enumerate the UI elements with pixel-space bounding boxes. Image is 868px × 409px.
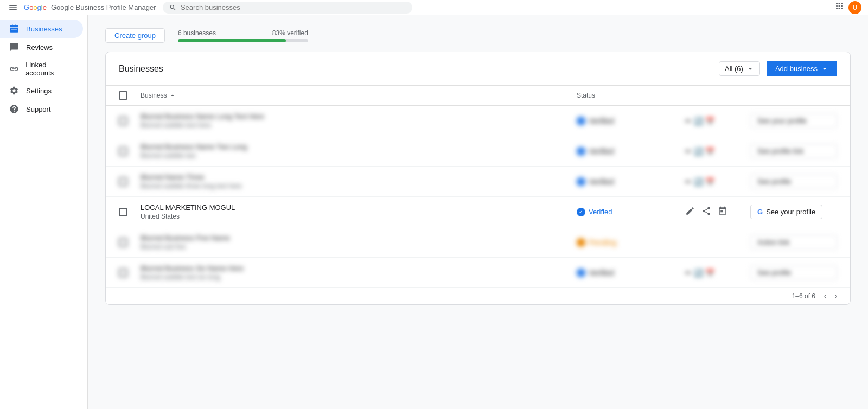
sort-icon (169, 92, 176, 99)
card-title: Businesses (119, 64, 163, 74)
business-sub: Blurred subtitle two (141, 152, 577, 159)
stats-verified: 83% verified (272, 29, 308, 37)
business-sub: United States (141, 213, 577, 220)
business-name: Blurred Business Name Two Long (141, 143, 577, 151)
topbar: Google Google Business Profile Manager U (0, 0, 868, 15)
pending-icon (577, 238, 585, 247)
business-sub: Blurred subtitle three long text here (141, 182, 577, 190)
topbar-left: Google Google Business Profile Manager (7, 1, 156, 14)
row-checkbox[interactable] (119, 177, 127, 186)
table-footer: 1–6 of 6 ‹ › (106, 288, 850, 304)
row-checkbox[interactable] (119, 147, 127, 156)
search-bar[interactable] (163, 2, 412, 14)
verified-icon (577, 177, 585, 186)
business-sub: Blurred subtitle text here (141, 122, 577, 129)
hamburger-icon[interactable] (7, 1, 20, 14)
verified-icon (577, 147, 585, 156)
status-badge: Verified (577, 208, 685, 216)
header-status-col: Status (577, 92, 685, 99)
next-page-icon[interactable]: › (835, 292, 837, 300)
share-icon[interactable] (701, 206, 711, 218)
main-layout: Businesses Reviews Linked accounts (0, 15, 868, 409)
business-sub: Blurred subtitle text six long (141, 273, 577, 281)
sidebar-item-reviews[interactable]: Reviews (0, 38, 83, 56)
table-row: Blurred Business Name Long Text Here Blu… (106, 106, 850, 136)
table-row: Blurred Name Three Blurred subtitle thre… (106, 167, 850, 197)
sidebar-item-linked-accounts[interactable]: Linked accounts (0, 56, 83, 81)
status-label: Verified (589, 208, 612, 216)
businesses-icon (9, 24, 20, 34)
business-name: Blurred Name Three (141, 173, 577, 181)
profile-link: See profile (750, 265, 837, 280)
sidebar-item-settings[interactable]: Settings (0, 81, 83, 100)
business-name: LOCAL MARKETING MOGUL (141, 203, 577, 212)
pagination-label: 1–6 of 6 (792, 292, 815, 300)
calendar-icon[interactable] (718, 206, 727, 218)
row-checkbox[interactable] (119, 238, 127, 247)
col-business-label: Business (141, 92, 577, 99)
business-sub: Blurred sub five (141, 243, 577, 251)
stats-labels: 6 businesses 83% verified (178, 29, 308, 37)
select-all-checkbox[interactable] (119, 91, 127, 100)
sidebar-item-support[interactable]: Support (0, 100, 83, 118)
business-name: Blurred Business Six Name Here (141, 264, 577, 272)
support-icon (9, 104, 20, 114)
sidebar-linked-label: Linked accounts (25, 61, 74, 77)
status-badge: Pending (577, 238, 685, 247)
app-title: Google Business Profile Manager (51, 3, 156, 11)
status-badge: Verified (577, 147, 685, 156)
business-name: Blurred Business Name Long Text Here (141, 112, 577, 120)
verified-checkmark-icon (577, 208, 585, 216)
apps-icon[interactable] (834, 1, 844, 14)
add-business-chevron-icon (821, 65, 828, 73)
row-action-icons (685, 206, 750, 218)
stats-businesses: 6 businesses (178, 29, 216, 37)
content-header: Create group 6 businesses 83% verified (105, 28, 851, 43)
profile-link: See profile link (750, 144, 837, 158)
table-row: Blurred Business Six Name Here Blurred s… (106, 258, 850, 288)
row-checkbox[interactable] (119, 117, 127, 125)
businesses-card: Businesses All (6) Add business (105, 52, 851, 305)
add-business-label: Add business (775, 65, 818, 73)
filter-label: All (6) (725, 65, 743, 73)
row-actions: ✏ 🔄 📅 (685, 147, 750, 156)
google-logo: Google (24, 3, 47, 11)
table-row: Blurred Business Name Two Long Blurred s… (106, 136, 850, 167)
sidebar-reviews-label: Reviews (26, 43, 53, 52)
topbar-right: U (834, 1, 861, 14)
reviews-icon (9, 42, 20, 52)
profile-link: See your profile (750, 113, 837, 128)
linked-accounts-icon (9, 64, 19, 74)
prev-page-icon[interactable]: ‹ (824, 292, 826, 300)
filter-dropdown[interactable]: All (6) (719, 61, 760, 76)
header-check-col (119, 91, 141, 100)
edit-icon[interactable] (685, 206, 695, 218)
stats-bar: 6 businesses 83% verified (178, 29, 308, 42)
progress-track (178, 39, 308, 42)
avatar[interactable]: U (848, 1, 861, 14)
row-checkbox[interactable] (119, 269, 127, 277)
progress-fill (178, 39, 286, 42)
add-business-button[interactable]: Add business (767, 61, 837, 76)
business-name: Blurred Business Five Name (141, 234, 577, 242)
search-input[interactable] (181, 3, 406, 11)
sidebar-item-businesses[interactable]: Businesses (0, 20, 83, 38)
profile-link: See profile (750, 174, 837, 189)
row-actions: ✏ 🔄 📅 (685, 269, 750, 277)
search-icon (169, 4, 176, 11)
row-actions: ✏ 🔄 📅 (685, 117, 750, 125)
verified-icon (577, 117, 585, 125)
row-checkbox[interactable] (119, 208, 127, 216)
table-header: Business Status (106, 86, 850, 106)
create-group-button[interactable]: Create group (105, 28, 165, 43)
main-content: Create group 6 businesses 83% verified B… (88, 15, 868, 409)
google-g-logo: G (757, 208, 763, 216)
see-profile-button[interactable]: G See your profile (750, 204, 822, 219)
sidebar-businesses-label: Businesses (26, 25, 62, 33)
header-business-col: Business (141, 92, 577, 99)
table-row: Blurred Business Five Name Blurred sub f… (106, 227, 850, 258)
table-row: LOCAL MARKETING MOGUL United States Veri… (106, 197, 850, 227)
sidebar-settings-label: Settings (26, 87, 52, 95)
row-actions: ✏ 🔄 📅 (685, 177, 750, 186)
status-badge: Verified (577, 177, 685, 186)
